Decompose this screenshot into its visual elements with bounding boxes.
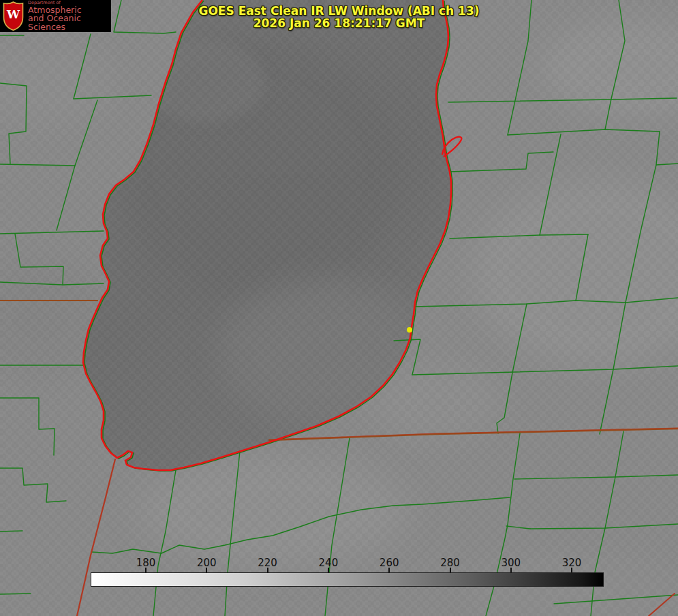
county-boundary-line	[0, 594, 31, 594]
logo-text-block: Department of Atmospheric and Oceanic Sc…	[28, 1, 111, 31]
colorbar-tick	[328, 568, 329, 572]
uw-crest-icon: W	[2, 1, 25, 31]
colorbar-tick	[145, 568, 147, 572]
colorbar-tick	[450, 568, 451, 572]
crest-letter: W	[2, 7, 25, 21]
map-canvas	[0, 0, 678, 616]
satellite-image-viewer: W Department of Atmospheric and Oceanic …	[0, 0, 678, 616]
logo-department-line2: and Oceanic Sciences	[28, 14, 111, 31]
colorbar-tick	[206, 568, 207, 572]
colorbar-tick	[571, 568, 572, 572]
location-marker-dot	[407, 327, 412, 333]
uw-logo-banner: W Department of Atmospheric and Oceanic …	[0, 0, 111, 32]
colorbar-gradient-bar	[91, 572, 604, 587]
county-boundary-line	[0, 531, 22, 532]
colorbar-tick	[388, 568, 390, 572]
temperature-colorbar: 180200220240260280300320	[91, 557, 604, 587]
pixel-texture-coarse	[0, 0, 678, 616]
colorbar-tick	[510, 568, 512, 572]
colorbar-tick	[267, 568, 268, 572]
